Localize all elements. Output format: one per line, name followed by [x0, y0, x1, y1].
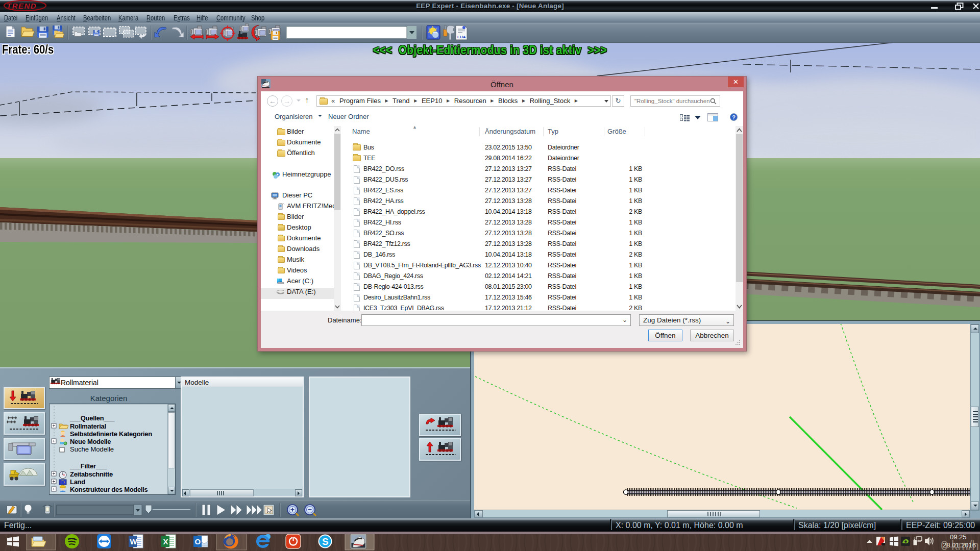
svg-text:LUA: LUA — [457, 35, 466, 39]
svg-text:Selbstdefinierte Kategorien: Selbstdefinierte Kategorien — [70, 430, 152, 438]
svg-text:Konstrukteur des Modells: Konstrukteur des Modells — [70, 486, 148, 493]
svg-text:Neue Modelle: Neue Modelle — [70, 438, 111, 445]
svg-text:Suche Modelle: Suche Modelle — [70, 445, 114, 453]
svg-text:___Filter___: ___Filter___ — [69, 462, 107, 470]
svg-text:W: W — [130, 537, 138, 546]
svg-text:X: X — [163, 537, 168, 546]
svg-text:O: O — [195, 537, 201, 546]
svg-text:___Quellen___: ___Quellen___ — [69, 414, 115, 422]
svg-text:Rollmaterial: Rollmaterial — [70, 422, 106, 430]
svg-text:S: S — [322, 536, 329, 547]
svg-text:Land: Land — [70, 478, 85, 486]
svg-text:TREND: TREND — [7, 2, 37, 10]
svg-text:Zeitabschnitte: Zeitabschnitte — [70, 470, 113, 478]
svg-text:0 km/h: 0 km/h — [941, 538, 979, 551]
